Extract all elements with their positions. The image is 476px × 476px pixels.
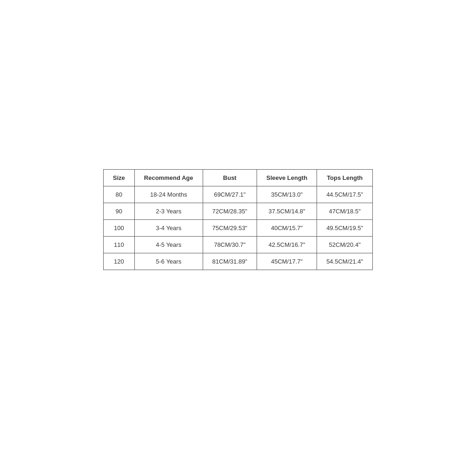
cell-age: 5-6 Years — [134, 253, 203, 270]
cell-bust: 69CM/27.1" — [203, 186, 257, 203]
cell-sleeve: 45CM/17.7" — [257, 253, 317, 270]
table-header-row: Size Recommend Age Bust Sleeve Length To… — [103, 169, 372, 186]
col-header-sleeve: Sleeve Length — [257, 169, 317, 186]
table-row: 1003-4 Years75CM/29.53"40CM/15.7"49.5CM/… — [103, 219, 372, 236]
cell-size: 120 — [103, 253, 134, 270]
cell-tops: 47CM/18.5" — [317, 203, 373, 219]
col-header-size: Size — [103, 169, 134, 186]
cell-tops: 49.5CM/19.5" — [317, 219, 373, 236]
cell-bust: 75CM/29.53" — [203, 219, 257, 236]
size-chart-container: Size Recommend Age Bust Sleeve Length To… — [103, 169, 373, 270]
cell-sleeve: 35CM/13.0" — [257, 186, 317, 203]
cell-sleeve: 37.5CM/14.8" — [257, 203, 317, 219]
cell-tops: 54.5CM/21.4" — [317, 253, 373, 270]
table-row: 1205-6 Years81CM/31.89"45CM/17.7"54.5CM/… — [103, 253, 372, 270]
cell-tops: 52CM/20.4" — [317, 236, 373, 253]
col-header-tops: Tops Length — [317, 169, 373, 186]
cell-size: 80 — [103, 186, 134, 203]
table-row: 8018-24 Months69CM/27.1"35CM/13.0"44.5CM… — [103, 186, 372, 203]
col-header-bust: Bust — [203, 169, 257, 186]
cell-size: 90 — [103, 203, 134, 219]
cell-sleeve: 42.5CM/16.7" — [257, 236, 317, 253]
table-row: 1104-5 Years78CM/30.7"42.5CM/16.7"52CM/2… — [103, 236, 372, 253]
cell-age: 3-4 Years — [134, 219, 203, 236]
cell-bust: 72CM/28.35" — [203, 203, 257, 219]
cell-bust: 78CM/30.7" — [203, 236, 257, 253]
table-row: 902-3 Years72CM/28.35"37.5CM/14.8"47CM/1… — [103, 203, 372, 219]
size-chart-table: Size Recommend Age Bust Sleeve Length To… — [103, 169, 373, 270]
cell-tops: 44.5CM/17.5" — [317, 186, 373, 203]
cell-size: 100 — [103, 219, 134, 236]
cell-age: 4-5 Years — [134, 236, 203, 253]
cell-size: 110 — [103, 236, 134, 253]
col-header-age: Recommend Age — [134, 169, 203, 186]
cell-age: 18-24 Months — [134, 186, 203, 203]
cell-age: 2-3 Years — [134, 203, 203, 219]
cell-bust: 81CM/31.89" — [203, 253, 257, 270]
cell-sleeve: 40CM/15.7" — [257, 219, 317, 236]
